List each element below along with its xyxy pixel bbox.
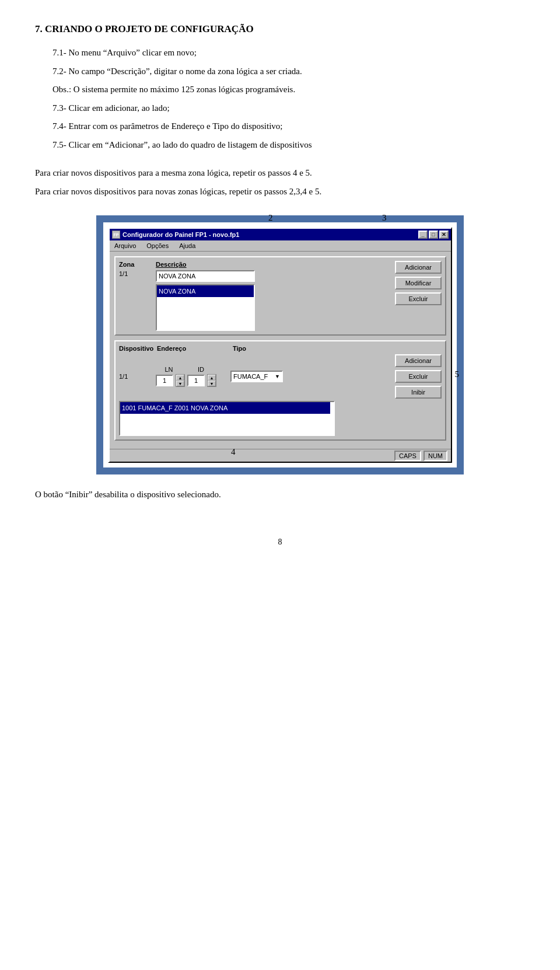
ln-spin-down[interactable]: ▼ <box>176 381 184 386</box>
step-1: 7.1- No menu “Arquivo” clicar em novo; <box>52 46 525 61</box>
title-icon-text: FP <box>114 233 119 237</box>
ln-id-col: LN ID 1 ▲ ▼ <box>156 366 226 387</box>
tipo-label: Tipo <box>233 345 246 352</box>
section-title: 7. CRIANDO O PROJETO DE CONFIGURAÇÃO <box>35 23 525 35</box>
tipo-arrow: ▼ <box>275 374 280 379</box>
zone-list-area[interactable]: NOVA ZONA <box>156 284 255 331</box>
page-number: 8 <box>35 538 525 547</box>
desc-col: Descrição NOVA ZONA NOVA ZONA <box>156 261 390 331</box>
device-header-row: Dispositivo Endereço Tipo <box>119 345 442 352</box>
device-list-area[interactable]: 1001 FUMACA_F Z001 NOVA ZONA <box>119 401 335 436</box>
win-titlebar: FP Configurador do Painel FP1 - novo.fp1… <box>110 229 451 240</box>
zone-buttons-col: Adicionar Modificar Excluir <box>395 261 442 305</box>
obs-note: Obs.: O sistema permite no máximo 125 zo… <box>52 82 525 97</box>
menu-arquivo[interactable]: Arquivo <box>112 242 138 250</box>
tipo-header: Tipo <box>233 345 442 352</box>
annotation-3: 3 <box>382 213 387 223</box>
zona-value: 1/1 <box>119 270 151 277</box>
screenshot-outer: FP Configurador do Painel FP1 - novo.fp1… <box>96 215 464 474</box>
win-dialog: FP Configurador do Painel FP1 - novo.fp1… <box>108 227 452 463</box>
annotation-4: 4 <box>231 447 236 457</box>
note1: Para criar novos dispositivos para a mes… <box>35 166 525 181</box>
caps-indicator: CAPS <box>394 451 421 461</box>
id-spin[interactable]: ▲ ▼ <box>207 374 216 387</box>
win-menubar: Arquivo Opções Ajuda <box>110 240 451 252</box>
endereco-header: Endereço <box>157 345 227 352</box>
id-spin-up[interactable]: ▲ <box>208 375 216 381</box>
minimize-button[interactable]: _ <box>418 231 428 239</box>
step-3: 7.3- Clicar em adicionar, ao lado; <box>52 101 525 116</box>
close-button[interactable]: ✕ <box>439 231 449 239</box>
zona-label: Zona <box>119 261 151 268</box>
device-buttons-col: Adicionar Excluir Inibir <box>395 354 442 399</box>
dispositivo-value: 1/1 <box>119 373 128 380</box>
device-section-wrapper: 4 5 Dispositivo Ender <box>114 340 446 441</box>
dispositivo-header: Dispositivo <box>119 345 151 352</box>
ln-input[interactable]: 1 <box>156 375 173 386</box>
device-input-row: 1/1 LN ID <box>119 354 442 399</box>
id-input[interactable]: 1 <box>187 375 205 386</box>
zona-col: Zona 1/1 <box>119 261 151 277</box>
step-2: 7.2- No campo “Descrição”, digitar o nom… <box>52 64 525 79</box>
zone-row: Zona 1/1 Descrição NOVA ZONA NOVA ZONA <box>119 261 442 331</box>
ln-spin[interactable]: ▲ ▼ <box>176 374 185 387</box>
device-section: Dispositivo Endereço Tipo <box>114 340 446 441</box>
zone-section: Zona 1/1 Descrição NOVA ZONA NOVA ZONA <box>114 256 446 336</box>
id-label: ID <box>188 366 214 373</box>
page-content: 7. CRIANDO O PROJETO DE CONFIGURAÇÃO 7.1… <box>35 23 525 547</box>
zone-excluir-button[interactable]: Excluir <box>395 292 442 305</box>
desc-label: Descrição <box>156 261 390 268</box>
step-4: 7.4- Entrar com os parâmetros de Endereç… <box>52 119 525 134</box>
dispositivo-label: Dispositivo <box>119 345 153 352</box>
win-body: Zona 1/1 Descrição NOVA ZONA NOVA ZONA <box>110 252 451 449</box>
menu-opcoes[interactable]: Opções <box>144 242 171 250</box>
zone-list-selected-item[interactable]: NOVA ZONA <box>157 285 255 297</box>
annotation-2: 2 <box>268 213 273 223</box>
tipo-value: FUMACA_F <box>233 373 268 380</box>
title-icon: FP <box>112 231 120 239</box>
dialog-title: Configurador do Painel FP1 - novo.fp1 <box>123 231 239 238</box>
footer-note: O botão “Inibir” desabilita o dispositiv… <box>35 487 525 503</box>
zone-adicionar-button[interactable]: Adicionar <box>395 261 442 274</box>
ln-spin-up[interactable]: ▲ <box>176 375 184 381</box>
screenshot-wrapper: 2 3 FP Configurador do Painel FP1 - novo… <box>96 215 464 474</box>
menu-ajuda[interactable]: Ajuda <box>177 242 198 250</box>
tipo-select[interactable]: FUMACA_F ▼ <box>230 371 283 382</box>
titlebar-buttons: _ □ ✕ <box>418 231 449 239</box>
ln-label: LN <box>156 366 182 373</box>
screenshot-inner: FP Configurador do Painel FP1 - novo.fp1… <box>103 222 457 467</box>
endereco-label: Endereço <box>157 345 186 352</box>
ln-id-labels: LN ID <box>156 366 226 373</box>
ln-id-inputs: 1 ▲ ▼ 1 ▲ <box>156 374 226 387</box>
step-5: 7.5- Clicar em “Adicionar”, ao lado do q… <box>52 138 525 153</box>
device-excluir-button[interactable]: Excluir <box>395 370 442 383</box>
restore-button[interactable]: □ <box>429 231 438 239</box>
note2: Para criar novos dispositivos para novas… <box>35 184 525 200</box>
screenshot-container: 2 3 FP Configurador do Painel FP1 - novo… <box>35 215 525 474</box>
device-inibir-button[interactable]: Inibir <box>395 386 442 399</box>
zone-modificar-button[interactable]: Modificar <box>395 277 442 289</box>
titlebar-left: FP Configurador do Painel FP1 - novo.fp1 <box>112 231 239 239</box>
num-indicator: NUM <box>424 451 447 461</box>
annotation-5: 5 <box>455 369 460 379</box>
dispositivo-value-col: 1/1 <box>119 373 151 380</box>
id-spin-down[interactable]: ▼ <box>208 381 216 386</box>
desc-input[interactable]: NOVA ZONA <box>156 270 255 282</box>
device-adicionar-button[interactable]: Adicionar <box>395 354 442 367</box>
win-statusbar: CAPS NUM <box>110 449 451 462</box>
device-list-selected-item[interactable]: 1001 FUMACA_F Z001 NOVA ZONA <box>120 402 330 414</box>
